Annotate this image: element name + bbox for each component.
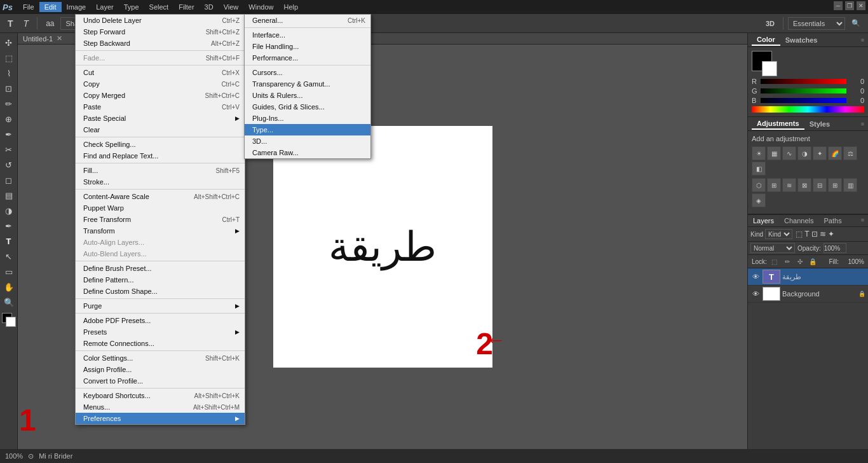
type-tool-italic-btn[interactable]: T bbox=[20, 17, 33, 31]
pen-tool[interactable]: ✒ bbox=[2, 219, 16, 233]
paths-tab[interactable]: Paths bbox=[819, 215, 847, 226]
red-slider[interactable] bbox=[761, 79, 846, 84]
menu-help[interactable]: Help bbox=[278, 2, 303, 12]
curves-adj[interactable]: ∿ bbox=[782, 146, 796, 160]
menu-paste[interactable]: Paste Ctrl+V bbox=[76, 101, 245, 113]
green-slider[interactable] bbox=[761, 88, 846, 93]
brightness-adj[interactable]: ☀ bbox=[752, 146, 766, 160]
menu-stroke[interactable]: Stroke... bbox=[76, 176, 245, 188]
eraser-tool[interactable]: ◻ bbox=[2, 173, 16, 187]
shape-tool[interactable]: ▭ bbox=[2, 265, 16, 279]
lasso-tool[interactable]: ⌇ bbox=[2, 66, 16, 80]
history-brush-tool[interactable]: ↺ bbox=[2, 158, 16, 172]
menu-assign-profile[interactable]: Assign Profile... bbox=[76, 364, 245, 375]
color-balance-adj[interactable]: ⚖ bbox=[843, 146, 857, 160]
menu-step-backward[interactable]: Step Backward Alt+Ctrl+Z bbox=[76, 38, 245, 49]
minimize-button[interactable]: ─ bbox=[834, 1, 843, 10]
menu-filter[interactable]: Filter bbox=[173, 2, 199, 12]
pref-interface[interactable]: Interface... bbox=[245, 29, 370, 41]
bw-adj[interactable]: ◧ bbox=[752, 162, 766, 176]
layers-kind-select[interactable]: Kind bbox=[765, 229, 792, 239]
canvas-tab-close[interactable]: ✕ bbox=[57, 34, 62, 43]
menu-view[interactable]: View bbox=[219, 2, 244, 12]
menu-puppet-warp[interactable]: Puppet Warp bbox=[76, 202, 245, 214]
menu-cut[interactable]: Cut Ctrl+X bbox=[76, 67, 245, 78]
blend-mode-select[interactable]: Normal bbox=[750, 243, 795, 253]
gradient-map-adj[interactable]: ▥ bbox=[843, 178, 857, 192]
menu-presets[interactable]: Presets ▶ bbox=[76, 326, 245, 338]
brush-tool[interactable]: ✒ bbox=[2, 127, 16, 141]
menu-convert-profile[interactable]: Convert to Profile... bbox=[76, 375, 245, 387]
threshold-adj[interactable]: ⊞ bbox=[828, 178, 842, 192]
close-button[interactable]: ✕ bbox=[857, 1, 865, 10]
menu-copy-merged[interactable]: Copy Merged Shift+Ctrl+C bbox=[76, 90, 245, 101]
menu-layer[interactable]: Layer bbox=[91, 2, 119, 12]
menu-paste-special[interactable]: Paste Special ▶ bbox=[76, 113, 245, 124]
pref-3d[interactable]: 3D... bbox=[245, 135, 370, 147]
styles-tab[interactable]: Styles bbox=[804, 119, 835, 129]
type-tool-btn[interactable]: T bbox=[4, 17, 17, 31]
menu-free-transform[interactable]: Free Transform Ctrl+T bbox=[76, 214, 245, 225]
selective-color-adj[interactable]: ◈ bbox=[752, 193, 766, 207]
pref-performance[interactable]: Performance... bbox=[245, 52, 370, 64]
color-tab[interactable]: Color bbox=[752, 34, 780, 46]
menu-check-spelling[interactable]: Check Spelling... bbox=[76, 139, 245, 150]
menu-define-shape[interactable]: Define Custom Shape... bbox=[76, 286, 245, 297]
menu-purge[interactable]: Purge ▶ bbox=[76, 300, 245, 312]
layers-tab[interactable]: Layers bbox=[748, 215, 779, 226]
background-color[interactable] bbox=[6, 317, 16, 327]
menu-undo[interactable]: Undo Delete Layer Ctrl+Z bbox=[76, 15, 245, 26]
lock-transparent-btn[interactable]: ⬚ bbox=[770, 256, 780, 266]
menu-transform[interactable]: Transform ▶ bbox=[76, 225, 245, 237]
swatches-tab[interactable]: Swatches bbox=[780, 35, 823, 45]
menu-find-replace[interactable]: Find and Replace Text... bbox=[76, 150, 245, 162]
color-lookup-adj[interactable]: ≋ bbox=[782, 178, 796, 192]
invert-adj[interactable]: ⊠ bbox=[797, 178, 811, 192]
menu-fill[interactable]: Fill... Shift+F5 bbox=[76, 165, 245, 176]
levels-adj[interactable]: ▦ bbox=[767, 146, 781, 160]
pref-general[interactable]: General... Ctrl+K bbox=[245, 15, 370, 26]
menu-step-forward[interactable]: Step Forward Shift+Ctrl+Z bbox=[76, 26, 245, 38]
lock-position-btn[interactable]: ✣ bbox=[795, 256, 805, 266]
menu-copy[interactable]: Copy Ctrl+C bbox=[76, 78, 245, 90]
layers-panel-collapse[interactable]: ≡ bbox=[857, 215, 868, 226]
zoom-tool[interactable]: 🔍 bbox=[2, 295, 16, 309]
path-select-tool[interactable]: ↖ bbox=[2, 249, 16, 263]
font-size-btn[interactable]: aa bbox=[42, 17, 58, 30]
pref-camera-raw[interactable]: Camera Raw... bbox=[245, 147, 370, 158]
color-spectrum[interactable] bbox=[752, 106, 864, 113]
menu-type[interactable]: Type bbox=[119, 2, 144, 12]
lock-image-btn[interactable]: ✏ bbox=[782, 256, 792, 266]
menu-content-aware[interactable]: Content-Aware Scale Alt+Shift+Ctrl+C bbox=[76, 191, 245, 202]
menu-edit[interactable]: Edit bbox=[39, 2, 62, 12]
layer-background-item[interactable]: 👁 Background 🔒 bbox=[748, 286, 868, 303]
crop-tool[interactable]: ⊡ bbox=[2, 81, 16, 95]
hsl-adj[interactable]: 🌈 bbox=[828, 146, 842, 160]
menu-image[interactable]: Image bbox=[62, 2, 92, 12]
layer-eye-1[interactable]: 👁 bbox=[750, 272, 761, 282]
move-tool[interactable]: ✣ bbox=[2, 36, 16, 50]
menu-define-brush[interactable]: Define Brush Preset... bbox=[76, 263, 245, 274]
background-color-swatch[interactable] bbox=[762, 61, 777, 76]
pref-units-rulers[interactable]: Units & Rulers... bbox=[245, 90, 370, 101]
lock-all-btn[interactable]: 🔒 bbox=[808, 256, 818, 266]
menu-window[interactable]: Window bbox=[243, 2, 278, 12]
menu-preferences[interactable]: Preferences ▶ bbox=[76, 413, 245, 424]
hand-tool[interactable]: ✋ bbox=[2, 280, 16, 294]
menu-color-settings[interactable]: Color Settings... Shift+Ctrl+K bbox=[76, 352, 245, 364]
exposure-adj[interactable]: ◑ bbox=[797, 146, 811, 160]
workspace-select[interactable]: Essentials bbox=[788, 17, 845, 30]
pref-plugins[interactable]: Plug-Ins... bbox=[245, 113, 370, 124]
posterize-adj[interactable]: ⊟ bbox=[813, 178, 827, 192]
opacity-input[interactable] bbox=[824, 243, 846, 253]
menu-remote-connections[interactable]: Remote Connections... bbox=[76, 338, 245, 349]
photo-filter-adj[interactable]: ⬡ bbox=[752, 178, 766, 192]
menu-file[interactable]: File bbox=[18, 2, 39, 12]
gradient-tool[interactable]: ▤ bbox=[2, 188, 16, 202]
eyedropper-tool[interactable]: ✏ bbox=[2, 97, 16, 111]
selection-tool[interactable]: ⬚ bbox=[2, 51, 16, 65]
adj-panel-collapse[interactable]: ≡ bbox=[861, 121, 864, 127]
pref-guides[interactable]: Guides, Grid & Slices... bbox=[245, 101, 370, 113]
type-tool[interactable]: T bbox=[2, 234, 16, 248]
heal-tool[interactable]: ⊕ bbox=[2, 112, 16, 126]
